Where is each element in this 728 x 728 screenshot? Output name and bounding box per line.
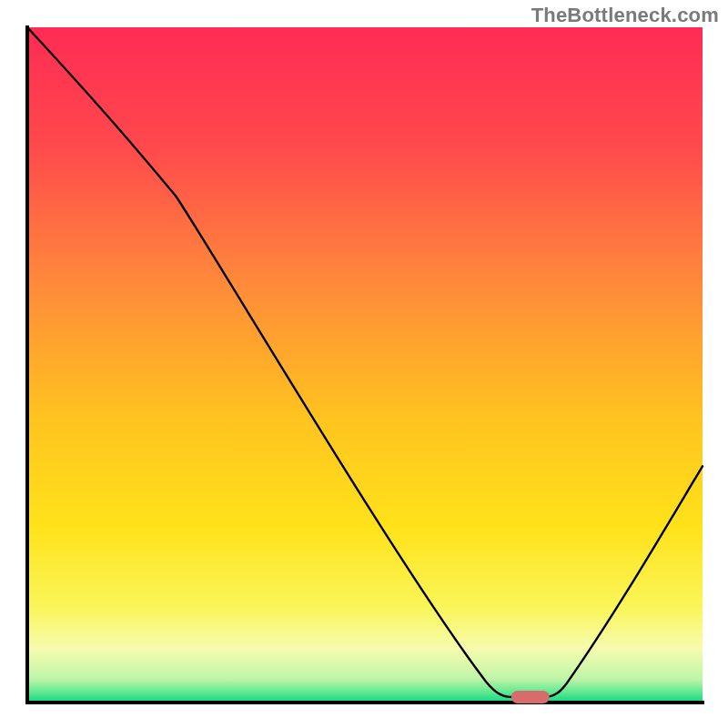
chart-gradient-background [27, 27, 703, 703]
bottleneck-chart [0, 0, 728, 728]
optimum-marker [511, 691, 550, 703]
chart-stage: TheBottleneck.com [0, 0, 728, 728]
